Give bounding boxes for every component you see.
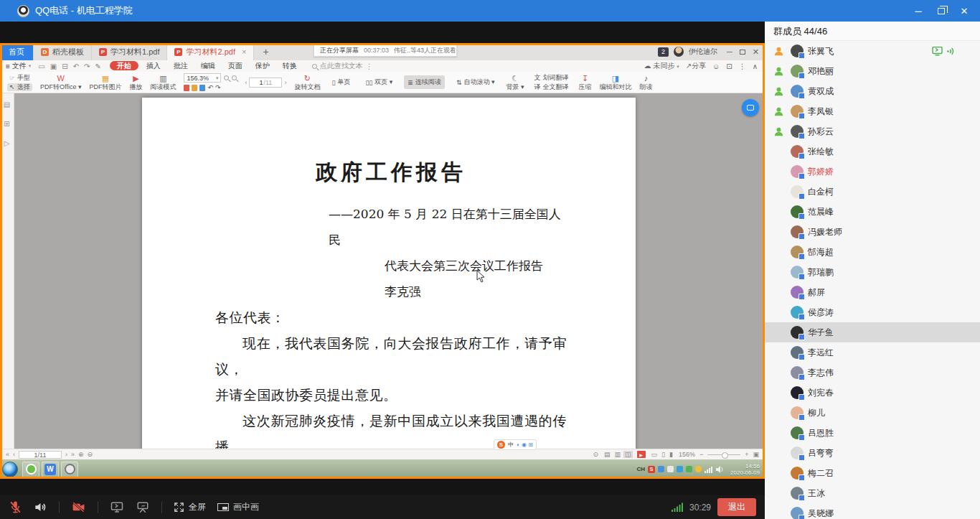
tray-icon[interactable] (677, 466, 683, 472)
rotate-icon[interactable]: ↶ (207, 84, 213, 91)
app-tab[interactable]: 首页 (0, 43, 34, 60)
last-page-icon[interactable]: » (71, 451, 75, 458)
outline-panel-icon[interactable]: ⊞ (4, 120, 9, 128)
bookmark-panel-icon[interactable]: ▷ (4, 139, 10, 147)
account-name[interactable]: 伊伦迪尔 (689, 47, 717, 57)
camera-off-button[interactable] (71, 500, 86, 514)
member-row[interactable]: 邓艳丽 (765, 61, 980, 81)
file-menu[interactable]: ≡ 文件 ▾ (6, 61, 31, 71)
page-indicator[interactable]: 1/11 (19, 451, 62, 459)
page-tool-icon[interactable] (184, 85, 189, 91)
sync-status[interactable]: ☁ 未同步 ▾ (644, 61, 679, 71)
microphone-muted-button[interactable] (9, 500, 22, 514)
member-row[interactable]: 黄双成 (765, 81, 980, 101)
toolbar-button[interactable]: WPDF转Office ▾ (40, 75, 81, 90)
zoom-out-icon[interactable]: − (699, 451, 703, 458)
member-row[interactable]: 白金柯 (765, 182, 980, 202)
network-icon[interactable] (705, 466, 713, 473)
comment-icon[interactable]: ⊡ (726, 62, 732, 70)
member-row[interactable]: 李志伟 (765, 363, 980, 383)
toolbar-button[interactable]: ▶播放 (129, 75, 142, 90)
member-row[interactable]: 侯彦涛 (765, 302, 980, 322)
restore-button[interactable] (931, 3, 951, 19)
app-tab[interactable]: P学习材料1.pdf (92, 43, 167, 60)
member-row[interactable]: 张翼飞 (765, 41, 980, 61)
toolbar-button[interactable]: 文划词翻译 (532, 74, 571, 82)
member-row[interactable]: 柳儿 (765, 403, 980, 423)
collapse-ribbon-icon[interactable]: ∧ (753, 62, 758, 70)
view-mode-icon[interactable]: ▥ (613, 451, 622, 458)
menu-item-0[interactable]: 开始 (110, 61, 138, 70)
taskbar-app-wps[interactable]: W (42, 462, 59, 477)
presenter-mode-button[interactable] (136, 501, 150, 514)
member-row[interactable]: 李凤银 (765, 101, 980, 121)
next-page-icon[interactable]: › (284, 79, 286, 86)
zoom-slider[interactable] (707, 454, 740, 455)
sogou-input-bar[interactable]: S 中 ◐ ◉ ⊞ (494, 439, 537, 450)
add-page-icon[interactable]: ⊕ (78, 451, 84, 458)
thumbnail-panel-icon[interactable]: ▤ (4, 100, 10, 108)
emoji-icon[interactable]: ☺ (712, 62, 720, 70)
assistant-button[interactable] (742, 99, 759, 116)
menu-item-3[interactable]: 编辑 (194, 61, 222, 71)
eye-protect-icon[interactable]: ⊙ (593, 451, 598, 458)
view-mode-button[interactable]: ⇅自动滚动 ▾ (453, 75, 499, 89)
volume-tray-icon[interactable] (716, 466, 724, 473)
member-row[interactable]: 王冰 (765, 483, 980, 503)
tray-icon[interactable] (686, 466, 692, 472)
layout-icon[interactable]: ▮ (668, 451, 674, 458)
member-row[interactable]: 郭瑞鹏 (765, 262, 980, 282)
menu-tool-icon[interactable]: ✎ (95, 62, 100, 70)
page-tool-icon[interactable] (199, 85, 205, 91)
pdf-restore-button[interactable] (740, 50, 745, 55)
pdf-close-button[interactable]: ✕ (753, 47, 759, 57)
search-more-icon[interactable]: ⋮ (366, 62, 373, 70)
member-row[interactable]: 郭娇娇 (765, 162, 980, 182)
member-row[interactable]: 华子鱼 (765, 322, 980, 342)
zoom-out-icon[interactable] (232, 75, 237, 80)
member-row[interactable]: 李远红 (765, 342, 980, 363)
menu-item-2[interactable]: 批注 (167, 61, 194, 71)
zoom-value[interactable]: 156.3%▾ (184, 73, 221, 83)
exit-button[interactable]: 退出 (717, 498, 756, 516)
pdf-minimize-button[interactable]: ─ (727, 47, 732, 56)
menu-item-4[interactable]: 页面 (222, 61, 249, 71)
toolbar-button[interactable]: ☞手型 (7, 74, 32, 82)
menu-tool-icon[interactable]: ↶ (73, 62, 79, 70)
toolbar-button[interactable]: ☾背景 ▾ (506, 75, 524, 90)
toolbar-button[interactable]: ↧压缩 (579, 75, 592, 90)
view-mode-icon[interactable]: ◫ (623, 451, 633, 458)
member-row[interactable]: 吴晓娜 (765, 503, 980, 519)
more-icon[interactable]: ⋮ (739, 62, 746, 70)
member-row[interactable]: 冯媛老师 (765, 222, 980, 242)
toolbar-button[interactable]: ▦PDF转图片 (89, 75, 121, 90)
member-row[interactable]: 孙彩云 (765, 121, 980, 141)
pip-button[interactable]: 画中画 (217, 501, 259, 513)
menu-tool-icon[interactable]: ⊟ (62, 62, 67, 70)
toolbar-button[interactable]: ↖选择 (7, 83, 32, 91)
page-number-box[interactable]: 1/11 (249, 78, 282, 88)
menu-item-1[interactable]: 插入 (140, 61, 167, 71)
minimize-button[interactable]: ─ (908, 3, 928, 19)
view-mode-button[interactable]: ▯▯双页 ▾ (362, 75, 396, 89)
app-tab[interactable]: P学习材料2.pdf× (167, 43, 254, 60)
member-row[interactable]: 梅二召 (765, 463, 980, 483)
tray-icon[interactable] (695, 466, 702, 472)
share-screen-button[interactable] (110, 501, 124, 514)
member-row[interactable]: 范晨峰 (765, 202, 980, 222)
taskbar-app-360[interactable] (22, 462, 39, 477)
layout-icon[interactable]: ▭ (650, 451, 659, 458)
tray-icon[interactable] (667, 466, 674, 472)
page-tool-icon[interactable] (192, 85, 197, 91)
speaker-button[interactable] (34, 500, 47, 514)
menu-tool-icon[interactable]: ▣ (50, 62, 57, 70)
member-row[interactable]: 吕恩胜 (765, 423, 980, 443)
ime-indicator[interactable]: CH (637, 466, 646, 472)
taskbar-app-misc[interactable] (61, 462, 78, 477)
view-mode-button[interactable]: ▯单页 (328, 75, 354, 89)
member-row[interactable]: 张绘敏 (765, 141, 980, 162)
statusbar-zoom-value[interactable]: 156% (679, 451, 695, 458)
find-text-box[interactable]: 点此查找文本 ⋮ (312, 61, 373, 71)
layout-icon[interactable]: ▯ (660, 451, 666, 458)
toolbar-button[interactable]: ▥阅读模式 (150, 75, 176, 90)
